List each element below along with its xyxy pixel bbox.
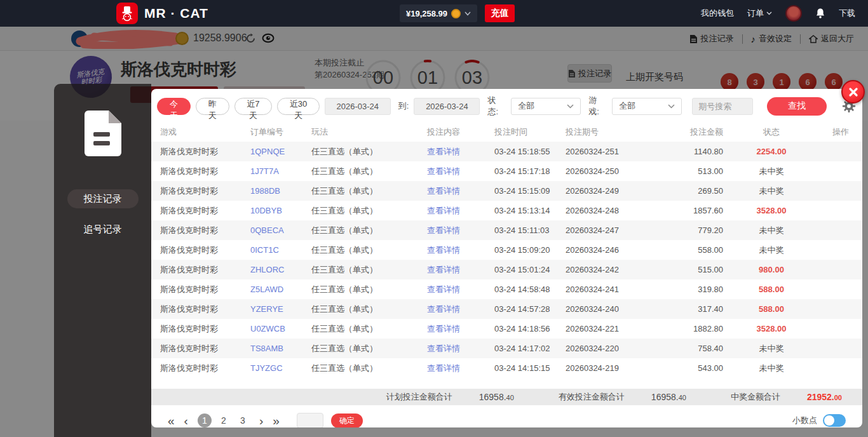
cell-game: 斯洛伐克时时彩 (160, 304, 250, 315)
total-value-1: 16958.40 (651, 392, 686, 402)
cell-amount: 269.50 (648, 186, 723, 196)
order-id-link[interactable]: 0ICT1C (250, 245, 311, 255)
next-page-icon[interactable]: › (259, 415, 263, 427)
view-details-link[interactable]: 查看详情 (427, 363, 494, 374)
last-page-icon[interactable]: » (273, 415, 280, 427)
view-details-link[interactable]: 查看详情 (427, 146, 494, 158)
col-header-1: 订单编号 (250, 126, 311, 138)
status-select[interactable]: 全部 (511, 98, 581, 115)
cell-period: 20260324-246 (566, 245, 648, 255)
date-from-input[interactable] (325, 98, 391, 115)
view-details-link[interactable]: 查看详情 (427, 304, 494, 315)
game-select[interactable]: 全部 (612, 98, 682, 115)
first-page-icon[interactable]: « (168, 415, 175, 427)
cell-period: 20260324-220 (566, 344, 648, 353)
order-id-link[interactable]: TS8AMB (250, 344, 311, 353)
cell-period: 20260324-219 (566, 363, 648, 373)
cell-game: 斯洛伐克时时彩 (160, 264, 250, 276)
sidebar-item-1[interactable]: 追号记录 (67, 220, 139, 239)
order-id-link[interactable]: Z5LAWD (250, 285, 311, 294)
wallet-link[interactable]: 我的钱包 (701, 8, 734, 19)
quick-filter-3[interactable]: 近30天 (277, 98, 320, 115)
cell-play: 任三直选（单式） (311, 185, 427, 197)
table-body: 斯洛伐克时时彩1QPNQE任三直选（单式）查看详情03-24 15:18:552… (151, 142, 862, 378)
pagination-bar: « ‹ 123 › » 确定 小数点 (151, 410, 862, 427)
cell-period: 20260324-251 (566, 147, 648, 156)
avatar[interactable] (785, 5, 802, 22)
view-details-link[interactable]: 查看详情 (427, 343, 494, 354)
cell-time: 03-24 15:01:24 (494, 265, 566, 274)
order-id-link[interactable]: 1QPNQE (250, 147, 311, 156)
cell-status: 未中奖 (723, 245, 820, 256)
records-sidebar: 投注记录追号记录 (54, 84, 151, 437)
cell-play: 任三直选（单式） (311, 146, 427, 158)
cell-amount: 1857.60 (648, 206, 723, 215)
order-id-link[interactable]: TJYZGC (250, 363, 311, 373)
quick-filter-1[interactable]: 昨天 (196, 98, 229, 115)
cell-amount: 558.00 (648, 245, 723, 255)
cell-period: 20260324-242 (566, 265, 648, 274)
view-details-link[interactable]: 查看详情 (427, 245, 494, 256)
view-details-link[interactable]: 查看详情 (427, 284, 494, 295)
to-label: 到: (398, 100, 409, 112)
period-search-input[interactable] (692, 98, 753, 115)
quick-filter-0[interactable]: 今天 (157, 98, 191, 115)
page-number-1[interactable]: 1 (198, 413, 212, 427)
recharge-button[interactable]: 充值 (485, 4, 515, 22)
view-details-link[interactable]: 查看详情 (427, 205, 494, 217)
cell-time: 03-24 14:57:28 (494, 304, 566, 314)
quick-filter-2[interactable]: 近7天 (234, 98, 273, 115)
table-row: 斯洛伐克时时彩U0ZWCB任三直选（单式）查看详情03-24 14:18:562… (151, 319, 862, 339)
cell-period: 20260324-221 (566, 324, 648, 333)
chevron-down-icon (766, 11, 772, 15)
orders-link[interactable]: 订单 (747, 8, 772, 19)
mrcat-logo-icon[interactable] (116, 3, 138, 24)
total-label-0: 计划投注金额合计 (386, 391, 452, 403)
cell-play: 任三直选（单式） (311, 264, 427, 276)
order-id-link[interactable]: 0QBECA (250, 225, 311, 235)
page-number-3[interactable]: 3 (236, 413, 250, 427)
balance-amount: ¥19,258.99 (406, 9, 447, 18)
cell-period: 20260324-247 (566, 225, 648, 235)
close-button[interactable] (841, 80, 865, 104)
download-link[interactable]: 下载 (839, 8, 855, 19)
cell-play: 任三直选（单式） (311, 343, 427, 354)
date-to-input[interactable] (414, 98, 480, 115)
cell-status: 未中奖 (723, 166, 820, 177)
prev-page-icon[interactable]: ‹ (184, 415, 188, 427)
search-button[interactable]: 查找 (767, 97, 827, 116)
cell-amount: 779.20 (648, 225, 723, 235)
cell-game: 斯洛伐克时时彩 (160, 284, 250, 295)
cell-period: 20260324-249 (566, 186, 648, 196)
cell-game: 斯洛伐克时时彩 (160, 343, 250, 354)
confirm-button[interactable]: 确定 (331, 413, 363, 428)
view-details-link[interactable]: 查看详情 (427, 185, 494, 197)
page-number-2[interactable]: 2 (217, 413, 231, 427)
order-id-link[interactable]: 1988DB (250, 186, 311, 196)
balance-pill[interactable]: ¥19,258.99 (400, 4, 477, 22)
chevron-down-icon (567, 104, 574, 109)
cell-play: 任三直选（单式） (311, 225, 427, 236)
decimal-toggle[interactable] (823, 414, 846, 427)
table-row: 斯洛伐克时时彩YZERYE任三直选（单式）查看详情03-24 14:57:282… (151, 299, 862, 319)
total-value-0: 16958.40 (479, 392, 514, 402)
game-select-value: 全部 (619, 100, 635, 112)
order-id-link[interactable]: ZHLORC (250, 265, 311, 274)
sidebar-item-0[interactable]: 投注记录 (67, 189, 139, 208)
cell-period: 20260324-241 (566, 285, 648, 294)
view-details-link[interactable]: 查看详情 (427, 323, 494, 335)
bell-icon[interactable] (815, 8, 825, 19)
view-details-link[interactable]: 查看详情 (427, 225, 494, 236)
view-details-link[interactable]: 查看详情 (427, 166, 494, 177)
order-id-link[interactable]: 10DBYB (250, 206, 311, 215)
cell-status: 3528.00 (723, 324, 820, 333)
order-id-link[interactable]: 1J7T7A (250, 166, 311, 176)
bet-records-modal: 今天昨天近7天近30天 到: 状态: 全部 游戏: 全部 查找 (151, 89, 862, 427)
view-details-link[interactable]: 查看详情 (427, 264, 494, 276)
order-id-link[interactable]: YZERYE (250, 304, 311, 314)
order-id-link[interactable]: U0ZWCB (250, 324, 311, 333)
cell-amount: 543.00 (648, 363, 723, 373)
decimal-label: 小数点 (792, 415, 817, 426)
page-jump-input[interactable] (297, 413, 323, 427)
cell-play: 任三直选（单式） (311, 166, 427, 177)
